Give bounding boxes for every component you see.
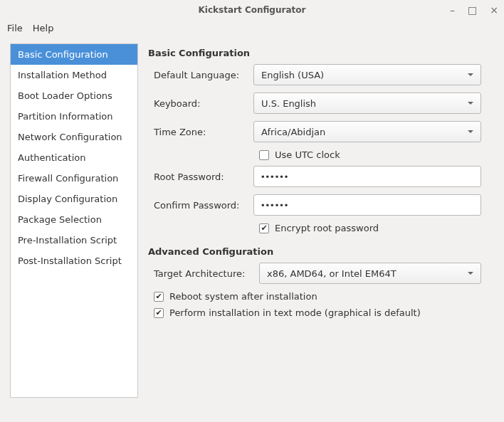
sidebar-item-label: Network Configuration <box>18 132 122 142</box>
advanced-form: Target Architecture: x86, AMD64, or Inte… <box>148 263 494 318</box>
textmode-label[interactable]: Perform installation in text mode (graph… <box>169 307 421 318</box>
sidebar-item-label: Authentication <box>18 152 85 163</box>
keyboard-value: U.S. English <box>261 98 316 109</box>
menu-file[interactable]: File <box>7 23 23 33</box>
row-confirm-password: Confirm Password: <box>154 194 494 216</box>
chevron-down-icon <box>468 272 473 275</box>
language-label: Default Language: <box>154 70 253 80</box>
sidebar-item-post-installation-script[interactable]: Post-Installation Script <box>11 250 137 271</box>
sidebar-item-firewall-configuration[interactable]: Firewall Configuration <box>11 168 137 189</box>
sidebar-item-partition-information[interactable]: Partition Information <box>11 106 137 127</box>
keyboard-select[interactable]: U.S. English <box>253 93 481 114</box>
sidebar-item-label: Installation Method <box>18 70 107 80</box>
basic-section-title: Basic Configuration <box>148 48 494 58</box>
root-password-input[interactable] <box>253 166 481 187</box>
keyboard-label: Keyboard: <box>154 98 253 109</box>
confirm-password-label: Confirm Password: <box>154 200 253 211</box>
sidebar-item-label: Boot Loader Options <box>18 90 112 101</box>
sidebar-item-label: Partition Information <box>18 111 113 122</box>
chevron-down-icon <box>468 73 473 76</box>
advanced-section-title: Advanced Configuration <box>148 246 494 257</box>
sidebar-item-label: Display Configuration <box>18 194 117 204</box>
menubar: File Help <box>0 20 504 38</box>
reboot-label[interactable]: Reboot system after installation <box>169 291 317 302</box>
sidebar-item-label: Firewall Configuration <box>18 173 118 184</box>
row-language: Default Language: English (USA) <box>154 64 494 85</box>
sidebar-item-boot-loader-options[interactable]: Boot Loader Options <box>11 85 137 106</box>
maximize-icon[interactable]: □ <box>468 5 477 15</box>
encrypt-checkbox[interactable] <box>259 223 269 233</box>
sidebar-item-installation-method[interactable]: Installation Method <box>11 65 137 85</box>
sidebar-item-pre-installation-script[interactable]: Pre-Installation Script <box>11 230 137 250</box>
close-icon[interactable]: × <box>490 5 498 15</box>
language-value: English (USA) <box>261 70 324 80</box>
sidebar-item-label: Package Selection <box>18 214 102 225</box>
basic-form: Default Language: English (USA) Keyboard… <box>148 64 494 233</box>
utc-checkbox[interactable] <box>259 150 269 160</box>
minimize-icon[interactable]: – <box>450 5 455 15</box>
window-controls: – □ × <box>450 5 498 15</box>
sidebar-item-network-configuration[interactable]: Network Configuration <box>11 127 137 147</box>
row-utc: Use UTC clock <box>259 149 494 160</box>
main-panel: Basic Configuration Default Language: En… <box>148 43 494 398</box>
sidebar-item-package-selection[interactable]: Package Selection <box>11 209 137 230</box>
row-textmode: Perform installation in text mode (graph… <box>154 307 494 318</box>
menu-help[interactable]: Help <box>33 23 54 33</box>
titlebar: Kickstart Configurator – □ × <box>0 0 504 20</box>
confirm-password-input[interactable] <box>253 194 481 216</box>
sidebar-item-basic-configuration[interactable]: Basic Configuration <box>11 44 137 65</box>
sidebar: Basic Configuration Installation Method … <box>10 43 138 398</box>
language-select[interactable]: English (USA) <box>253 64 481 85</box>
encrypt-label[interactable]: Encrypt root password <box>275 223 379 233</box>
timezone-label: Time Zone: <box>154 127 253 137</box>
sidebar-item-label: Basic Configuration <box>18 49 108 60</box>
window-title: Kickstart Configurator <box>0 5 504 15</box>
row-keyboard: Keyboard: U.S. English <box>154 93 494 114</box>
row-root-password: Root Password: <box>154 166 494 187</box>
chevron-down-icon <box>468 102 473 105</box>
chevron-down-icon <box>468 130 473 133</box>
sidebar-item-display-configuration[interactable]: Display Configuration <box>11 189 137 209</box>
arch-value: x86, AMD64, or Intel EM64T <box>267 268 397 279</box>
content: Basic Configuration Installation Method … <box>0 38 504 408</box>
row-arch: Target Architecture: x86, AMD64, or Inte… <box>154 263 494 284</box>
row-encrypt: Encrypt root password <box>259 223 494 233</box>
utc-label[interactable]: Use UTC clock <box>275 149 340 160</box>
timezone-value: Africa/Abidjan <box>261 127 325 137</box>
arch-label: Target Architecture: <box>154 268 259 279</box>
timezone-select[interactable]: Africa/Abidjan <box>253 121 481 142</box>
row-timezone: Time Zone: Africa/Abidjan <box>154 121 494 142</box>
sidebar-item-authentication[interactable]: Authentication <box>11 147 137 168</box>
sidebar-item-label: Pre-Installation Script <box>18 235 117 246</box>
reboot-checkbox[interactable] <box>154 292 164 302</box>
sidebar-item-label: Post-Installation Script <box>18 255 122 266</box>
arch-select[interactable]: x86, AMD64, or Intel EM64T <box>259 263 481 284</box>
row-reboot: Reboot system after installation <box>154 291 494 302</box>
textmode-checkbox[interactable] <box>154 308 164 318</box>
root-password-label: Root Password: <box>154 172 253 182</box>
